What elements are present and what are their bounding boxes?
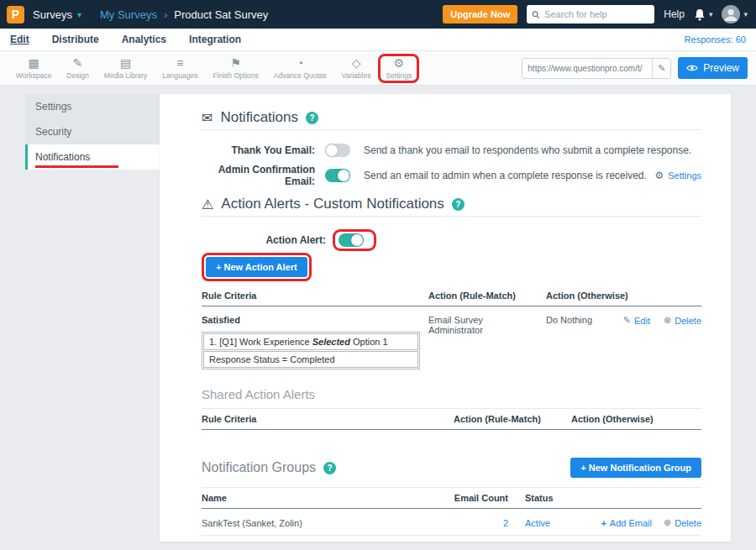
- tab-edit[interactable]: Edit: [10, 34, 29, 45]
- help-icon[interactable]: ?: [306, 112, 318, 124]
- survey-url[interactable]: https://www.questionpro.com/t/: [522, 59, 652, 78]
- toolbar-item-languages[interactable]: ≡ Languages: [155, 55, 205, 81]
- avatar: [722, 5, 740, 24]
- column-header-name: Name: [202, 493, 227, 503]
- sidebar-item-label: Settings: [35, 101, 71, 113]
- column-header-rule-match: Action (Rule-Match): [454, 414, 541, 424]
- design-icon: ✎: [73, 57, 83, 71]
- column-header-otherwise: Action (Otherwise): [546, 291, 628, 301]
- column-header-rule-criteria: Rule Criteria: [202, 414, 256, 424]
- chevron-down-icon: ▾: [743, 10, 748, 18]
- advance-quotas-icon: ◔: [297, 57, 303, 71]
- delete-alert-link[interactable]: ⊗ Delete: [664, 315, 701, 326]
- notification-groups-heading: Notification Groups ?: [202, 460, 336, 475]
- toolbar-item-label: Languages: [162, 71, 197, 80]
- top-bar: P Surveys ▾ My Surveys › Product Sat Sur…: [0, 0, 756, 29]
- sidebar-item-settings[interactable]: Settings: [25, 94, 160, 119]
- topbar-right: Upgrade Now Help ▾ ▾: [443, 5, 748, 24]
- new-action-alert-button[interactable]: + New Action Alert: [206, 257, 307, 277]
- group-status[interactable]: Active: [525, 518, 550, 528]
- tab-analytics[interactable]: Analytics: [122, 34, 166, 45]
- action-alert-toggle-row: Action Alert:: [202, 228, 701, 251]
- action-alert-row: Satisfied 1. [Q1] Work Experience Select…: [202, 306, 701, 380]
- settings-link-label: Settings: [668, 170, 701, 181]
- edit-toolbar: ▦ Workspace ✎ Design ▤ Media Library ≡ L…: [0, 51, 756, 86]
- section-title: Notification Groups: [202, 460, 316, 475]
- tab-distribute[interactable]: Distribute: [52, 34, 99, 45]
- eye-icon: [686, 64, 698, 72]
- tab-integration[interactable]: Integration: [189, 34, 241, 45]
- toolbar-item-label: Workspace: [16, 71, 51, 80]
- help-search[interactable]: [527, 5, 654, 24]
- toolbar-item-variables[interactable]: ◇ Variables: [334, 55, 379, 81]
- delete-group-link[interactable]: ⊗ Delete: [664, 517, 701, 528]
- delete-label: Delete: [675, 518, 701, 528]
- sidebar-item-notifications[interactable]: Notifications: [25, 144, 160, 170]
- survey-nav-tabs: Edit Distribute Analytics Integration Re…: [0, 29, 756, 51]
- edit-url-pencil-icon[interactable]: ✎: [652, 59, 670, 78]
- group-name: SankTest (Sanket, Zolin): [202, 518, 302, 528]
- breadcrumb-separator-icon: ›: [164, 8, 167, 21]
- edit-icon: ✎: [623, 315, 631, 326]
- logo-letter: P: [12, 8, 19, 21]
- toolbar-item-workspace[interactable]: ▦ Workspace: [8, 55, 59, 81]
- workspace-icon: ▦: [29, 57, 39, 71]
- settings-sidebar: Settings Security Notifications: [25, 94, 160, 170]
- help-icon[interactable]: ?: [452, 198, 465, 211]
- media-library-icon: ▤: [120, 57, 131, 71]
- admin-email-settings-link[interactable]: ⚙ Settings: [654, 170, 701, 181]
- bell-icon: [694, 8, 706, 21]
- divider: [202, 216, 701, 217]
- breadcrumb-my-surveys[interactable]: My Surveys: [100, 8, 157, 21]
- toolbar-item-finish-options[interactable]: ⚑ Finish Options: [205, 55, 265, 81]
- sidebar-item-security[interactable]: Security: [25, 119, 160, 144]
- shared-alerts-heading: Shared Action Alerts: [202, 387, 701, 401]
- groups-table-header: Name Email Count Status: [202, 487, 701, 509]
- admin-confirmation-toggle[interactable]: [325, 169, 350, 182]
- help-icon[interactable]: ?: [323, 462, 336, 474]
- notification-bell[interactable]: ▾: [694, 8, 713, 21]
- row-actions: ✎ Edit ⊗ Delete: [623, 315, 701, 326]
- delete-icon: ⊗: [664, 315, 671, 326]
- edit-alert-link[interactable]: ✎ Edit: [623, 315, 650, 326]
- rule-match-value: Email Survey Administrator: [428, 315, 529, 335]
- toolbar-right: https://www.questionpro.com/t/ ✎ Preview: [522, 57, 748, 79]
- action-alerts-table-header: Rule Criteria Action (Rule-Match) Action…: [202, 286, 701, 306]
- divider: [202, 129, 701, 130]
- column-header-email-count: Email Count: [441, 493, 508, 503]
- help-link[interactable]: Help: [664, 8, 685, 20]
- variables-icon: ◇: [352, 57, 361, 71]
- action-alert-toggle[interactable]: [339, 233, 364, 247]
- edit-label: Edit: [634, 316, 650, 326]
- settings-gear-icon: ⚙: [394, 57, 405, 71]
- product-label: Surveys: [33, 8, 72, 21]
- upgrade-now-button[interactable]: Upgrade Now: [443, 5, 517, 24]
- toolbar-item-media-library[interactable]: ▤ Media Library: [97, 55, 155, 81]
- new-notification-group-button[interactable]: + New Notification Group: [570, 458, 701, 478]
- add-email-link[interactable]: + Add Email: [601, 517, 652, 528]
- finish-options-icon: ⚑: [230, 57, 241, 71]
- group-email-count[interactable]: 2: [441, 518, 508, 528]
- annotation-action-alert-box: [333, 229, 376, 251]
- delete-icon: ⊗: [664, 517, 671, 528]
- responses-count[interactable]: Responses: 60: [685, 34, 746, 45]
- toolbar-item-settings[interactable]: ⚙ Settings: [378, 54, 419, 83]
- notifications-panel: ✉ Notifications ? Thank You Email: Send …: [160, 94, 731, 542]
- chevron-down-icon: ▾: [709, 10, 713, 18]
- search-input[interactable]: [544, 9, 649, 19]
- account-menu[interactable]: ▾: [722, 5, 748, 24]
- add-email-label: Add Email: [610, 518, 652, 528]
- column-header-otherwise: Action (Otherwise): [571, 414, 654, 424]
- toolbar-item-design[interactable]: ✎ Design: [59, 55, 96, 81]
- toolbar-item-label: Design: [66, 71, 88, 80]
- admin-confirmation-row: Admin Confirmation Email: Send an email …: [202, 167, 701, 184]
- questionpro-logo[interactable]: P: [7, 6, 24, 24]
- action-alert-label: Action Alert:: [202, 234, 326, 246]
- thank-you-email-toggle[interactable]: [325, 144, 350, 157]
- preview-button[interactable]: Preview: [678, 57, 748, 79]
- thank-you-email-desc: Send a thank you email to respondents wh…: [364, 144, 691, 156]
- shared-alerts-empty-area: [202, 430, 701, 455]
- product-switcher[interactable]: Surveys ▾: [33, 8, 81, 21]
- column-header-status: Status: [525, 493, 554, 503]
- toolbar-item-advance-quotas[interactable]: ◔ Advance Quotas: [266, 55, 334, 81]
